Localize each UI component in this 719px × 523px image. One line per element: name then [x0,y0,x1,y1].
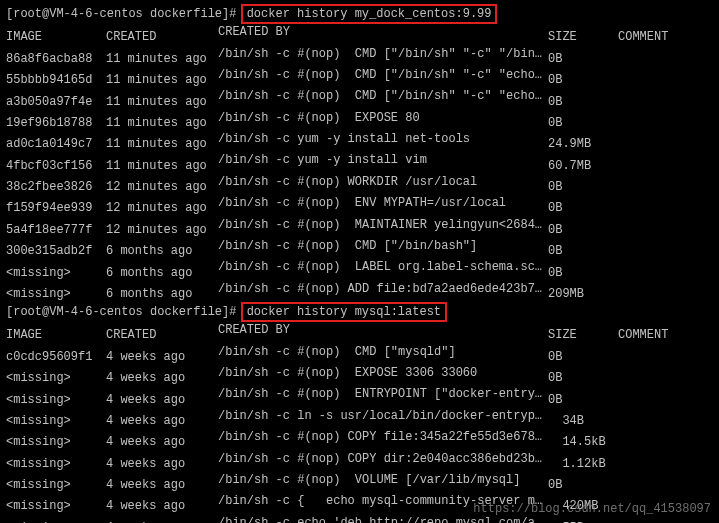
cell-created: 4 weeks ago [106,477,218,493]
cell-createdby: /bin/sh -c #(nop) ENV MYPATH=/usr/local [218,195,548,211]
cell-image: <missing> [6,265,106,281]
cell-created: 6 months ago [106,286,218,302]
cell-created: 4 weeks ago [106,349,218,365]
cell-image: c0cdc95609f1 [6,349,106,365]
prompt-prefix: [root@VM-4-6-centos dockerfile]# [6,7,244,21]
col-created-header: CREATED [106,29,218,45]
cell-size: 0B [548,349,618,365]
table-row: 300e315adb2f6 months ago/bin/sh -c #(nop… [6,238,713,259]
cell-size: 60.7MB [548,158,618,174]
cell-created: 11 minutes ago [106,158,218,174]
cell-image: <missing> [6,498,106,514]
cell-createdby: /bin/sh -c yum -y install vim [218,152,548,168]
command-highlight-1: docker history my_dock_centos:9.99 [241,4,498,24]
col-createdby-header: CREATED BY [218,322,548,338]
cell-image: <missing> [6,477,106,493]
cell-createdby: /bin/sh -c #(nop) COPY file:345a22fe55d3… [218,429,548,445]
cell-created: 11 minutes ago [106,94,218,110]
cell-created: 4 weeks ago [106,392,218,408]
cell-createdby: /bin/sh -c #(nop) WORKDIR /usr/local [218,174,548,190]
cell-created: 4 weeks ago [106,370,218,386]
cell-createdby: /bin/sh -c yum -y install net-tools [218,131,548,147]
table-row: a3b050a97f4e11 minutes ago/bin/sh -c #(n… [6,88,713,109]
cell-image: 19ef96b18788 [6,115,106,131]
cell-size: 0B [548,94,618,110]
table-row: <missing>6 months ago/bin/sh -c #(nop) A… [6,281,713,302]
cell-created: 4 weeks ago [106,498,218,514]
cell-createdby: /bin/sh -c #(nop) CMD ["/bin/sh" "-c" "e… [218,67,548,83]
cell-size: 0B [548,115,618,131]
cell-createdby: /bin/sh -c #(nop) CMD ["/bin/bash"] [218,238,548,254]
cell-size: 0B [548,222,618,238]
cell-createdby: /bin/sh -c #(nop) ADD file:bd7a2aed6ede4… [218,281,548,297]
terminal-prompt-1[interactable]: [root@VM-4-6-centos dockerfile]# docker … [6,4,713,24]
cell-created: 11 minutes ago [106,51,218,67]
col-comment-header: COMMENT [618,327,668,343]
table-row: 19ef96b1878811 minutes ago/bin/sh -c #(n… [6,110,713,131]
table-row: f159f94ee93912 minutes ago/bin/sh -c #(n… [6,195,713,216]
table-row: <missing>4 weeks ago/bin/sh -c #(nop) CO… [6,429,713,450]
command-text-1: docker history my_dock_centos:9.99 [247,7,492,21]
cell-image: a3b050a97f4e [6,94,106,110]
table-row: 38c2fbee382612 minutes ago/bin/sh -c #(n… [6,174,713,195]
table-row: <missing>4 weeks ago/bin/sh -c #(nop) VO… [6,472,713,493]
cell-image: 5a4f18ee777f [6,222,106,238]
table-row: <missing>4 weeks ago/bin/sh -c #(nop) EX… [6,365,713,386]
prompt-prefix: [root@VM-4-6-centos dockerfile]# [6,305,244,319]
cell-createdby: /bin/sh -c #(nop) CMD ["/bin/sh" "-c" "e… [218,88,548,104]
table-row: 5a4f18ee777f12 minutes ago/bin/sh -c #(n… [6,217,713,238]
cell-createdby: /bin/sh -c #(nop) EXPOSE 80 [218,110,548,126]
table-row: 4fbcf03cf15611 minutes ago/bin/sh -c yum… [6,152,713,173]
cell-image: <missing> [6,286,106,302]
col-size-header: SIZE [548,29,618,45]
cell-size: 34B [548,413,618,429]
cell-created: 12 minutes ago [106,222,218,238]
table-row: <missing>4 weeks ago/bin/sh -c #(nop) CO… [6,451,713,472]
cell-image: 55bbbb94165d [6,72,106,88]
cell-image: 38c2fbee3826 [6,179,106,195]
cell-createdby: /bin/sh -c #(nop) VOLUME [/var/lib/mysql… [218,472,548,488]
cell-createdby: /bin/sh -c #(nop) CMD ["/bin/sh" "-c" "/… [218,46,548,62]
cell-size: 1.12kB [548,456,618,472]
col-image-header: IMAGE [6,327,106,343]
command-highlight-2: docker history mysql:latest [241,302,447,322]
col-image-header: IMAGE [6,29,106,45]
cell-image: <missing> [6,392,106,408]
col-createdby-header: CREATED BY [218,24,548,40]
cell-createdby: /bin/sh -c #(nop) COPY dir:2e040acc386eb… [218,451,548,467]
cell-created: 12 minutes ago [106,179,218,195]
cell-size: 0B [548,72,618,88]
cell-size: 0B [548,477,618,493]
table-row: <missing>6 months ago/bin/sh -c #(nop) L… [6,259,713,280]
table1-body: 86a8f6acba8811 minutes ago/bin/sh -c #(n… [6,46,713,303]
command-text-2: docker history mysql:latest [247,305,441,319]
cell-image: 300e315adb2f [6,243,106,259]
cell-size: 0B [548,179,618,195]
cell-size: 0B [548,51,618,67]
cell-createdby: /bin/sh -c #(nop) EXPOSE 3306 33060 [218,365,548,381]
cell-image: f159f94ee939 [6,200,106,216]
cell-size: 14.5kB [548,434,618,450]
table-row: c0cdc95609f14 weeks ago/bin/sh -c #(nop)… [6,344,713,365]
col-created-header: CREATED [106,327,218,343]
cell-createdby: /bin/sh -c #(nop) ENTRYPOINT ["docker-en… [218,386,548,402]
cell-created: 11 minutes ago [106,136,218,152]
table-row: ad0c1a0149c711 minutes ago/bin/sh -c yum… [6,131,713,152]
cell-created: 11 minutes ago [106,115,218,131]
cell-created: 6 months ago [106,265,218,281]
cell-image: ad0c1a0149c7 [6,136,106,152]
col-comment-header: COMMENT [618,29,668,45]
table1-header: IMAGECREATEDCREATED BYSIZECOMMENT [6,24,713,45]
cell-createdby: /bin/sh -c #(nop) MAINTAINER yelingyun<2… [218,217,548,233]
cell-size: 0B [548,265,618,281]
cell-created: 11 minutes ago [106,72,218,88]
cell-image: <missing> [6,413,106,429]
cell-image: <missing> [6,370,106,386]
cell-size: 0B [548,370,618,386]
cell-size: 0B [548,243,618,259]
terminal-prompt-2[interactable]: [root@VM-4-6-centos dockerfile]# docker … [6,302,713,322]
cell-image: <missing> [6,456,106,472]
cell-image: <missing> [6,434,106,450]
cell-created: 4 weeks ago [106,456,218,472]
table-row: <missing>4 weeks ago/bin/sh -c ln -s usr… [6,408,713,429]
